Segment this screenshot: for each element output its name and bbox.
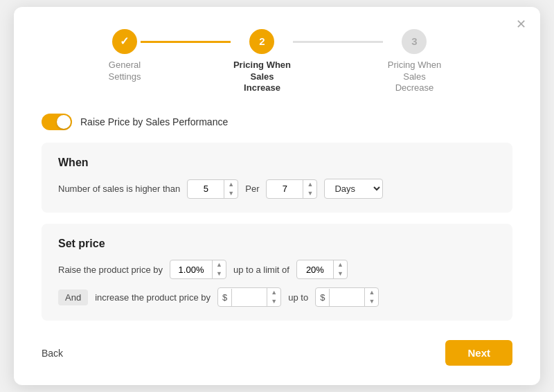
- raise-up-btn[interactable]: ▲: [213, 260, 226, 269]
- per-spinner: ▲ ▼: [266, 179, 317, 199]
- sales-up-btn[interactable]: ▲: [224, 180, 238, 189]
- step-2-label: Pricing WhenSales Increase: [231, 60, 293, 95]
- upto-dollar-sign: $: [316, 289, 330, 306]
- upto-down-btn[interactable]: ▼: [365, 297, 378, 306]
- per-up-btn[interactable]: ▲: [303, 180, 316, 189]
- increase-down-btn[interactable]: ▼: [267, 297, 280, 306]
- limit-input[interactable]: [297, 262, 333, 278]
- toggle-row: Raise Price by Sales Performance: [42, 114, 512, 130]
- and-tag: And: [58, 289, 88, 305]
- step-2-circle: 2: [249, 29, 274, 54]
- per-spinner-btns: ▲ ▼: [303, 180, 316, 198]
- modal: ✕ ✓ GeneralSettings 2 Pricing WhenSales …: [14, 7, 540, 386]
- raise-row: Raise the product price by ▲ ▼ up to a l…: [58, 260, 496, 279]
- step-3-circle: 3: [402, 29, 427, 54]
- increase-dollar-input: $ ▲ ▼: [217, 287, 281, 307]
- when-card: When Number of sales is higher than ▲ ▼ …: [42, 143, 512, 213]
- raise-spinner-btns: ▲ ▼: [212, 260, 226, 278]
- sales-input[interactable]: [188, 181, 224, 197]
- increase-up-btn[interactable]: ▲: [267, 288, 280, 297]
- sales-spinner: ▲ ▼: [187, 179, 238, 199]
- raise-spinner: ▲ ▼: [170, 260, 226, 279]
- limit-label: up to a limit of: [233, 265, 289, 275]
- set-price-card: Set price Raise the product price by ▲ ▼…: [42, 224, 512, 321]
- when-row-label: Number of sales is higher than: [58, 184, 180, 194]
- upto-value-input[interactable]: [330, 289, 364, 305]
- connector-2: [293, 41, 383, 43]
- per-down-btn[interactable]: ▼: [303, 189, 316, 198]
- when-card-title: When: [58, 157, 496, 169]
- limit-spinner-btns: ▲ ▼: [333, 260, 347, 278]
- next-button[interactable]: Next: [445, 340, 512, 366]
- footer: Back Next: [42, 340, 512, 366]
- toggle-label: Raise Price by Sales Performance: [80, 116, 228, 127]
- per-label: Per: [245, 184, 259, 194]
- increase-dollar-sign: $: [218, 289, 232, 306]
- stepper: ✓ GeneralSettings 2 Pricing WhenSales In…: [42, 29, 512, 95]
- limit-spinner: ▲ ▼: [296, 260, 348, 279]
- increase-value-input[interactable]: [232, 289, 267, 305]
- when-input-row: Number of sales is higher than ▲ ▼ Per ▲…: [58, 179, 496, 199]
- upto-up-btn[interactable]: ▲: [365, 288, 378, 297]
- step-1-label: GeneralSettings: [109, 60, 141, 83]
- connector-1: [141, 41, 231, 43]
- step-pricing-decrease: 3 Pricing WhenSales Decrease: [383, 29, 445, 95]
- raise-input[interactable]: [170, 262, 212, 278]
- raise-label: Raise the product price by: [58, 265, 163, 275]
- limit-down-btn[interactable]: ▼: [334, 269, 347, 278]
- back-button[interactable]: Back: [42, 348, 63, 359]
- per-input[interactable]: [267, 181, 303, 197]
- step-general-settings: ✓ GeneralSettings: [109, 29, 141, 83]
- toggle-knob: [57, 115, 71, 129]
- raise-price-toggle[interactable]: [42, 114, 72, 130]
- increase-label: increase the product price by: [95, 292, 211, 303]
- upto-label: up to: [288, 292, 308, 303]
- limit-up-btn[interactable]: ▲: [334, 260, 347, 269]
- increase-row: And increase the product price by $ ▲ ▼ …: [58, 287, 496, 307]
- set-price-title: Set price: [58, 238, 496, 250]
- close-button[interactable]: ✕: [516, 18, 526, 30]
- sales-down-btn[interactable]: ▼: [224, 189, 238, 198]
- step-pricing-increase: 2 Pricing WhenSales Increase: [231, 29, 293, 95]
- upto-dollar-input: $ ▲ ▼: [315, 287, 379, 307]
- increase-spinner-btns: ▲ ▼: [267, 288, 280, 306]
- step-1-circle: ✓: [112, 29, 137, 54]
- upto-spinner-btns: ▲ ▼: [364, 288, 378, 306]
- period-select[interactable]: Days Weeks Months: [324, 179, 383, 199]
- raise-down-btn[interactable]: ▼: [213, 269, 226, 278]
- sales-spinner-btns: ▲ ▼: [224, 180, 238, 198]
- step-3-label: Pricing WhenSales Decrease: [383, 60, 445, 95]
